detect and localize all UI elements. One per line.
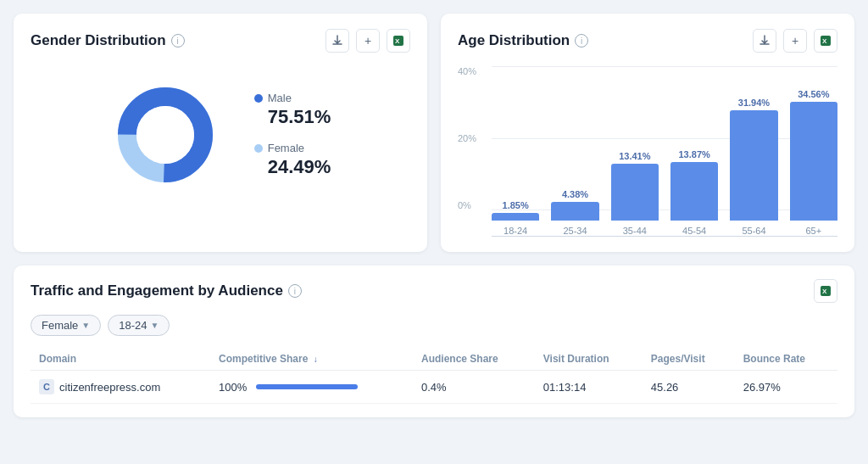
cell-bounce-rate: 26.97%: [735, 371, 837, 404]
bar-rect-45-54: [670, 162, 718, 221]
female-legend-item: Female 24.49%: [254, 142, 331, 178]
bar-value-25-34: 4.38%: [562, 189, 588, 199]
svg-point-4: [136, 106, 194, 164]
gender-chart-content: Male 75.51% Female 24.49%: [31, 63, 410, 198]
age-header-actions: + X: [753, 29, 837, 53]
bar-label-55-64: 55-64: [742, 226, 765, 236]
y-axis-labels: 40% 20% 0%: [458, 66, 476, 210]
age-card-header: Age Distribution i + X: [458, 29, 837, 53]
cell-domain: C citizenfreepress.com: [31, 371, 210, 404]
bar-rect-18-24: [492, 213, 539, 221]
x-axis-line: [492, 236, 837, 237]
gender-excel-btn[interactable]: X: [387, 29, 410, 53]
gender-legend: Male 75.51% Female 24.49%: [254, 92, 331, 178]
traffic-card-title: Traffic and Engagement by Audience: [31, 282, 283, 299]
bar-group-18-24: 1.85%18-24: [492, 200, 539, 236]
grid-line-top: [492, 66, 837, 67]
age-info-icon[interactable]: i: [575, 34, 588, 48]
filter-female-btn[interactable]: Female ▼: [31, 315, 101, 336]
bar-label-45-54: 45-54: [682, 226, 706, 236]
col-visit-duration: Visit Duration: [535, 348, 643, 371]
traffic-card-header: Traffic and Engagement by Audience i X: [31, 279, 837, 303]
filter-female-label: Female: [42, 319, 78, 332]
bar-value-45-54: 13.87%: [678, 149, 709, 159]
age-distribution-card: Age Distribution i + X 40% 20% 0%: [441, 14, 854, 252]
svg-text:X: X: [395, 37, 400, 45]
age-excel-btn[interactable]: X: [814, 29, 837, 53]
gender-info-icon[interactable]: i: [171, 34, 185, 48]
traffic-table-container: Domain Competitive Share ↓ Audience Shar…: [31, 348, 837, 404]
bar-rect-55-64: [730, 110, 777, 221]
bar-value-65+: 34.56%: [798, 89, 829, 99]
bar-value-55-64: 31.94%: [738, 98, 770, 108]
y-label-0: 0%: [458, 200, 476, 210]
male-value: 75.51%: [268, 106, 331, 128]
svg-text:X: X: [822, 37, 827, 45]
filter-row: Female ▼ 18-24 ▼: [31, 315, 837, 336]
male-label: Male: [268, 92, 292, 104]
female-value: 24.49%: [268, 156, 331, 178]
domain-icon: C: [39, 379, 54, 394]
male-legend-item: Male 75.51%: [254, 92, 331, 128]
bar-group-35-44: 13.41%35-44: [611, 151, 659, 236]
cell-pages-visit: 45.26: [643, 371, 735, 404]
domain-name: citizenfreepress.com: [59, 381, 160, 394]
age-download-btn[interactable]: [753, 29, 776, 53]
col-audience-share: Audience Share: [413, 348, 535, 371]
cell-audience-share: 0.4%: [413, 371, 535, 404]
female-dot: [254, 144, 263, 153]
cell-comp-share: 100%: [210, 371, 413, 404]
age-chart-area: 40% 20% 0% 1.85%18-244.38%25-3413.41%35-…: [458, 63, 837, 237]
bar-group-25-34: 4.38%25-34: [551, 189, 598, 236]
comp-share-value: 100%: [219, 381, 249, 394]
table-body: C citizenfreepress.com 100% 0.4% 01:13:1…: [31, 371, 837, 404]
svg-text:X: X: [822, 288, 827, 295]
table-row: C citizenfreepress.com 100% 0.4% 01:13:1…: [31, 371, 837, 404]
col-comp-share[interactable]: Competitive Share ↓: [210, 348, 413, 371]
gender-card-header: Gender Distribution i + X: [31, 29, 410, 53]
female-label: Female: [268, 142, 304, 154]
bar-rect-35-44: [611, 164, 659, 221]
bar-group-45-54: 13.87%45-54: [670, 149, 718, 236]
bar-rect-25-34: [551, 202, 598, 221]
gender-header-actions: + X: [326, 29, 410, 53]
filter-age-btn[interactable]: 18-24 ▼: [108, 315, 170, 336]
table-header: Domain Competitive Share ↓ Audience Shar…: [31, 348, 837, 371]
bar-rect-65+: [790, 102, 837, 221]
gender-donut-chart: [110, 80, 220, 190]
age-bar-chart: 40% 20% 0% 1.85%18-244.38%25-3413.41%35-…: [458, 66, 837, 236]
bar-group-55-64: 31.94%55-64: [730, 98, 777, 236]
bar-group-65+: 34.56%65+: [790, 89, 837, 236]
gender-card-title: Gender Distribution: [31, 32, 166, 49]
comp-share-bar: [256, 384, 358, 389]
bar-value-35-44: 13.41%: [619, 151, 650, 161]
bar-label-65+: 65+: [805, 226, 821, 236]
y-label-20: 20%: [458, 133, 476, 143]
y-label-40: 40%: [458, 66, 476, 76]
bar-value-18-24: 1.85%: [503, 200, 529, 210]
gender-add-btn[interactable]: +: [356, 29, 380, 53]
bar-label-35-44: 35-44: [623, 226, 647, 236]
bar-label-25-34: 25-34: [563, 226, 587, 236]
gender-distribution-card: Gender Distribution i + X: [14, 14, 427, 252]
bar-label-18-24: 18-24: [504, 226, 527, 236]
traffic-engagement-card: Traffic and Engagement by Audience i X F…: [14, 266, 854, 417]
traffic-info-icon[interactable]: i: [288, 284, 302, 298]
traffic-table: Domain Competitive Share ↓ Audience Shar…: [31, 348, 837, 404]
age-add-btn[interactable]: +: [783, 29, 807, 53]
cell-visit-duration: 01:13:14: [535, 371, 643, 404]
col-pages-visit: Pages/Visit: [643, 348, 735, 371]
traffic-excel-btn[interactable]: X: [814, 279, 837, 303]
age-card-title: Age Distribution: [458, 32, 570, 49]
filter-female-arrow: ▼: [81, 321, 90, 330]
col-bounce-rate: Bounce Rate: [735, 348, 837, 371]
filter-age-label: 18-24: [119, 319, 147, 332]
gender-download-btn[interactable]: [326, 29, 349, 53]
col-domain: Domain: [31, 348, 210, 371]
male-dot: [254, 94, 263, 103]
bars-wrapper: 1.85%18-244.38%25-3413.41%35-4413.87%45-…: [492, 92, 837, 236]
filter-age-arrow: ▼: [151, 321, 159, 330]
